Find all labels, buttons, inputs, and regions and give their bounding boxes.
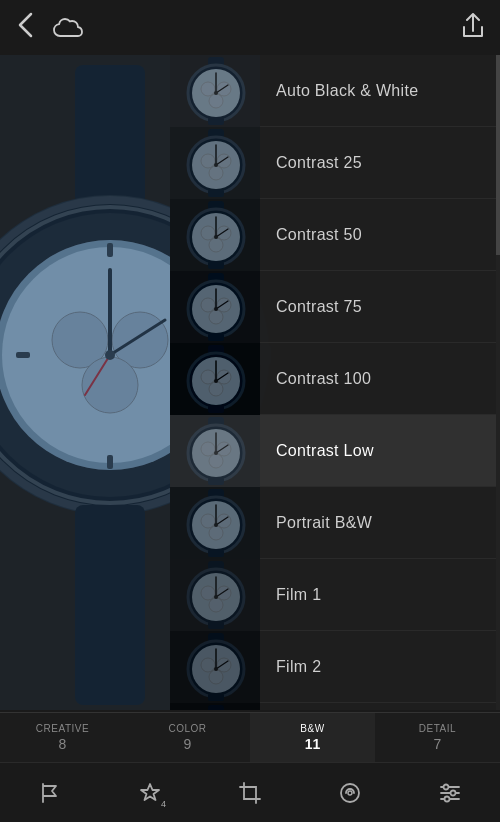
sliders-toolbar-button[interactable] (430, 773, 470, 813)
tab-creative[interactable]: CREATIVE8 (0, 713, 125, 762)
filter-thumb-portrait-bw (170, 487, 260, 559)
filter-item-auto-bw[interactable]: Auto Black & White (170, 55, 500, 127)
svg-rect-94 (170, 415, 260, 487)
svg-rect-46 (170, 127, 260, 199)
filter-item-contrast-50[interactable]: Contrast 50 (170, 199, 500, 271)
flag-toolbar-button[interactable] (30, 773, 70, 813)
filter-thumb-contrast-75 (170, 271, 260, 343)
crop-toolbar-button[interactable] (230, 773, 270, 813)
bottom-toolbar: 4 (0, 762, 500, 822)
tab-label-color: COLOR (168, 723, 206, 734)
filter-item-portrait-bw[interactable]: Portrait B&W (170, 487, 500, 559)
filter-item-contrast-25[interactable]: Contrast 25 (170, 127, 500, 199)
svg-rect-106 (170, 487, 260, 559)
header (0, 0, 500, 55)
back-button[interactable] (16, 11, 34, 45)
filter-item-film-3[interactable]: Film 3 (170, 703, 500, 710)
filter-label-film-1: Film 1 (260, 586, 500, 604)
tab-detail[interactable]: DETAIL7 (375, 713, 500, 762)
filter-thumb-film-3 (170, 703, 260, 711)
svg-rect-82 (170, 343, 260, 415)
filter-label-portrait-bw: Portrait B&W (260, 514, 500, 532)
star-toolbar-button[interactable]: 4 (130, 773, 170, 813)
tab-label-detail: DETAIL (419, 723, 456, 734)
bottom-tabs: CREATIVE8COLOR9B&W11DETAIL7 (0, 712, 500, 762)
svg-point-143 (341, 784, 359, 802)
filter-item-contrast-100[interactable]: Contrast 100 (170, 343, 500, 415)
share-icon[interactable] (462, 13, 484, 43)
svg-rect-130 (170, 631, 260, 703)
cloud-icon[interactable] (52, 17, 82, 39)
svg-point-144 (348, 791, 352, 795)
filter-label-contrast-75: Contrast 75 (260, 298, 500, 316)
svg-rect-34 (170, 55, 260, 127)
filter-thumb-film-2 (170, 631, 260, 703)
tab-number-creative: 8 (59, 736, 67, 752)
tab-color[interactable]: COLOR9 (125, 713, 250, 762)
filter-thumb-contrast-50 (170, 199, 260, 271)
header-left (16, 11, 82, 45)
svg-rect-142 (170, 703, 260, 711)
filter-label-contrast-100: Contrast 100 (260, 370, 500, 388)
filter-thumb-film-1 (170, 559, 260, 631)
filter-label-film-2: Film 2 (260, 658, 500, 676)
svg-rect-70 (170, 271, 260, 343)
tab-label-bw: B&W (300, 723, 324, 734)
filter-item-film-2[interactable]: Film 2 (170, 631, 500, 703)
svg-point-150 (445, 796, 450, 801)
filter-label-contrast-25: Contrast 25 (260, 154, 500, 172)
filter-thumb-auto-bw (170, 55, 260, 127)
tab-number-color: 9 (184, 736, 192, 752)
svg-point-148 (444, 784, 449, 789)
star-badge: 4 (161, 799, 166, 809)
filter-label-contrast-low: Contrast Low (260, 442, 500, 460)
filter-item-contrast-low[interactable]: Contrast Low (170, 415, 500, 487)
tab-bw[interactable]: B&W11 (250, 713, 375, 762)
svg-rect-58 (170, 199, 260, 271)
filter-thumb-contrast-low (170, 415, 260, 487)
tab-number-bw: 11 (305, 736, 321, 752)
filter-thumb-contrast-25 (170, 127, 260, 199)
filter-label-contrast-50: Contrast 50 (260, 226, 500, 244)
svg-rect-118 (170, 559, 260, 631)
healing-toolbar-button[interactable] (330, 773, 370, 813)
filter-item-contrast-75[interactable]: Contrast 75 (170, 271, 500, 343)
filter-label-auto-bw: Auto Black & White (260, 82, 500, 100)
scroll-thumb (496, 55, 500, 255)
tab-label-creative: CREATIVE (36, 723, 89, 734)
scroll-indicator (496, 55, 500, 710)
filter-item-film-1[interactable]: Film 1 (170, 559, 500, 631)
svg-point-149 (451, 790, 456, 795)
filter-panel: Auto Black & White Contrast 25 Contrast … (170, 55, 500, 710)
tab-number-detail: 7 (434, 736, 442, 752)
filter-thumb-contrast-100 (170, 343, 260, 415)
